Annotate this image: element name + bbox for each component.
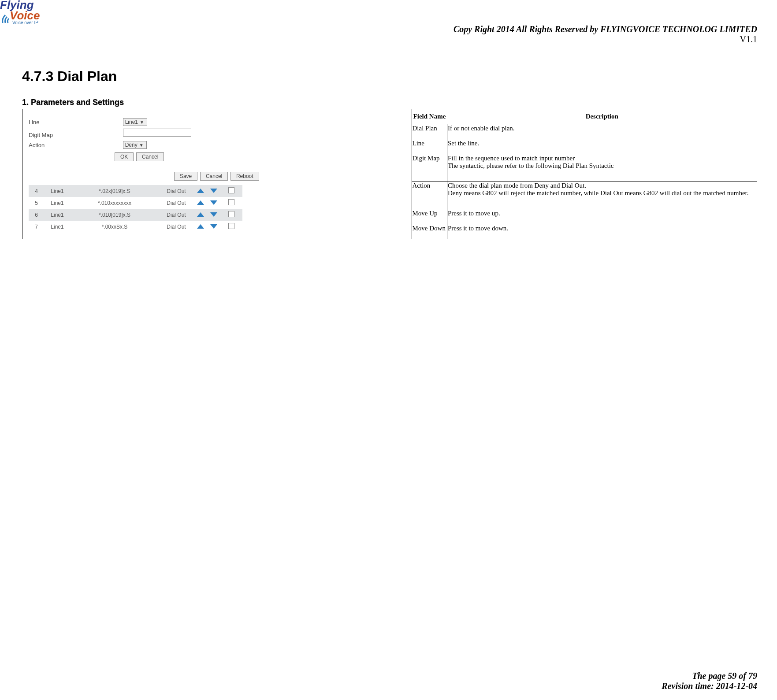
move-up-button[interactable] (194, 185, 207, 197)
section-title: 4.7.3 Dial Plan (22, 68, 757, 85)
content-table: Line Line1▼ Digit Map Action (22, 109, 757, 239)
action-select-value: Deny (125, 142, 138, 148)
reboot-button[interactable]: Reboot (230, 172, 259, 181)
desc-text-2: Fill in the sequence used to match input… (447, 154, 757, 181)
page-number: The page 59 of 79 (662, 671, 757, 681)
chevron-down-icon: ▼ (139, 143, 144, 148)
desc-header-desc: Description (447, 109, 757, 124)
arrow-down-icon (210, 212, 217, 217)
arrow-up-icon (197, 200, 204, 205)
arrow-down-icon (210, 224, 217, 229)
desc-text-3: Choose the dial plan mode from Deny and … (447, 181, 757, 209)
desc-name-0: Dial Plan (412, 124, 447, 139)
row-mode: Dial Out (159, 221, 194, 233)
row-checkbox[interactable] (220, 209, 242, 221)
row-index: 7 (29, 221, 44, 233)
arrow-down-icon (210, 200, 217, 205)
desc-text-5: Press it to move down. (447, 224, 757, 239)
version-text: V1.1 (454, 34, 757, 44)
row-pattern: *.010[019]x.S (71, 209, 159, 221)
cancel-button-2[interactable]: Cancel (200, 172, 228, 181)
revision-time: Revision time: 2014-12-04 (662, 681, 757, 691)
row-pattern: *.02x[019]x.S (71, 185, 159, 197)
desc-name-2: Digit Map (412, 154, 447, 181)
move-down-button[interactable] (207, 197, 220, 209)
row-mode: Dial Out (159, 185, 194, 197)
desc-text-1: Set the line. (447, 139, 757, 154)
dial-plan-form: Line Line1▼ Digit Map Action (29, 118, 405, 233)
chevron-down-icon: ▼ (140, 120, 144, 125)
line-label: Line (29, 119, 121, 126)
cancel-button[interactable]: Cancel (136, 152, 164, 161)
dial-plan-row: 5Line1*.010xxxxxxxxDial Out (29, 197, 242, 209)
line-select[interactable]: Line1▼ (123, 118, 147, 126)
arrow-up-icon (197, 189, 204, 193)
row-index: 6 (29, 209, 44, 221)
arrow-up-icon (197, 224, 204, 229)
row-mode: Dial Out (159, 197, 194, 209)
desc-text-4: Press it to move up. (447, 209, 757, 224)
desc-name-3: Action (412, 181, 447, 209)
move-down-button[interactable] (207, 185, 220, 197)
digit-map-label: Digit Map (29, 132, 121, 138)
checkbox-icon (228, 223, 234, 229)
row-checkbox[interactable] (220, 185, 242, 197)
sound-wave-icon (1, 12, 13, 25)
desc-name-5: Move Down (412, 224, 447, 239)
desc-header-field: Field Name (412, 109, 447, 124)
row-line: Line1 (44, 221, 71, 233)
row-line: Line1 (44, 185, 71, 197)
screenshot-cell: Line Line1▼ Digit Map Action (22, 109, 412, 239)
ok-button[interactable]: OK (115, 152, 134, 161)
move-up-button[interactable] (194, 221, 207, 233)
dial-plan-row: 6Line1*.010[019]x.SDial Out (29, 209, 242, 221)
move-down-button[interactable] (207, 209, 220, 221)
row-line: Line1 (44, 209, 71, 221)
dial-plan-row: 7Line1*.00xxSx.SDial Out (29, 221, 242, 233)
save-button[interactable]: Save (174, 172, 197, 181)
checkbox-icon (228, 199, 234, 205)
row-line: Line1 (44, 197, 71, 209)
action-select[interactable]: Deny▼ (123, 141, 147, 149)
checkbox-icon (228, 187, 234, 193)
desc-text-0: If or not enable dial plan. (447, 124, 757, 139)
arrow-up-icon (197, 212, 204, 217)
page-footer: The page 59 of 79 Revision time: 2014-12… (662, 671, 757, 691)
action-label: Action (29, 142, 121, 148)
dial-plan-row: 4Line1*.02x[019]x.SDial Out (29, 185, 242, 197)
line-select-value: Line1 (125, 119, 138, 125)
arrow-down-icon (210, 189, 217, 193)
row-pattern: *.010xxxxxxxx (71, 197, 159, 209)
row-checkbox[interactable] (220, 221, 242, 233)
desc-name-1: Line (412, 139, 447, 154)
checkbox-icon (228, 211, 234, 217)
brand-logo: Flying Voice Voice over IP (0, 0, 48, 25)
copyright-text: Copy Right 2014 All Rights Reserved by F… (454, 24, 757, 34)
desc-name-4: Move Up (412, 209, 447, 224)
row-index: 5 (29, 197, 44, 209)
move-down-button[interactable] (207, 221, 220, 233)
page-header: Copy Right 2014 All Rights Reserved by F… (454, 24, 757, 44)
row-index: 4 (29, 185, 44, 197)
move-up-button[interactable] (194, 209, 207, 221)
digit-map-input[interactable] (123, 129, 191, 137)
dial-plan-list: 4Line1*.02x[019]x.SDial Out5Line1*.010xx… (29, 185, 242, 233)
row-mode: Dial Out (159, 209, 194, 221)
row-checkbox[interactable] (220, 197, 242, 209)
row-pattern: *.00xxSx.S (71, 221, 159, 233)
move-up-button[interactable] (194, 197, 207, 209)
subsection-title: 1. Parameters and Settings (22, 98, 757, 107)
